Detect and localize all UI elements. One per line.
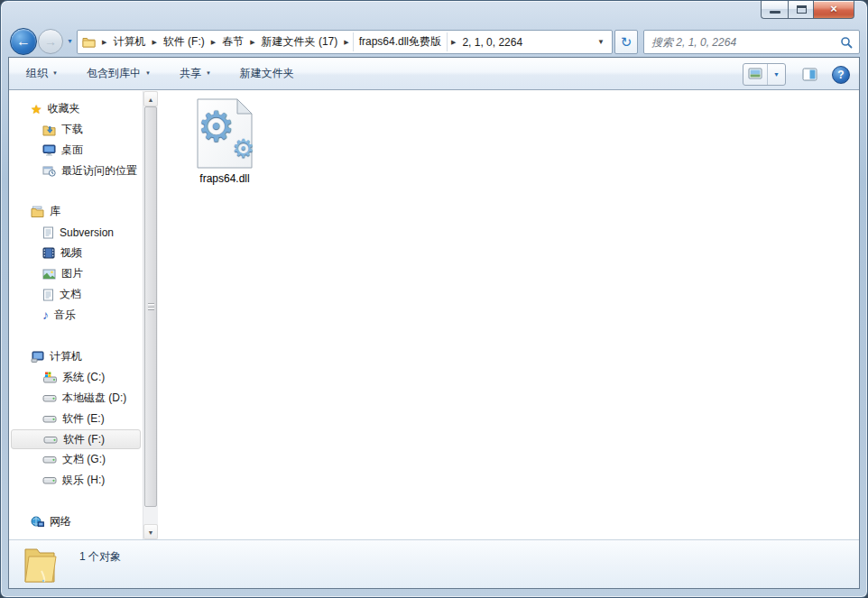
breadcrumb-separator: ▶ bbox=[98, 39, 110, 46]
change-view-button[interactable]: ▼ bbox=[743, 63, 786, 86]
sidebar-item-system-c[interactable]: 系统 (C:) bbox=[9, 367, 143, 388]
desktop-icon bbox=[42, 144, 56, 156]
breadcrumb-new-folder-17[interactable]: 新建文件夹 (17) bbox=[259, 32, 341, 51]
scroll-down-button[interactable]: ▼ bbox=[143, 524, 158, 539]
maximize-button[interactable] bbox=[788, 1, 814, 19]
back-arrow-icon: ← bbox=[16, 33, 31, 49]
gear-icon: ⚙ bbox=[198, 106, 235, 147]
recent-pages-dropdown[interactable]: ▼ bbox=[67, 38, 73, 44]
videos-label: 视频 bbox=[60, 245, 82, 261]
documents-label: 文档 bbox=[60, 287, 81, 302]
sidebar-section-libraries[interactable]: 库 bbox=[9, 201, 143, 222]
sidebar-section-network[interactable]: 网络 bbox=[9, 511, 143, 532]
desktop-label: 桌面 bbox=[61, 143, 83, 158]
forward-button[interactable]: → bbox=[38, 29, 63, 54]
network-label: 网络 bbox=[50, 514, 71, 529]
subversion-label: Subversion bbox=[60, 226, 114, 239]
document-icon bbox=[42, 226, 54, 239]
sidebar-item-desktop[interactable]: 桌面 bbox=[9, 140, 143, 161]
sidebar-item-documents[interactable]: 文档 bbox=[9, 284, 143, 305]
chevron-down-icon: ▼ bbox=[206, 70, 211, 76]
music-label: 音乐 bbox=[54, 308, 76, 323]
sidebar-section-computer[interactable]: 计算机 bbox=[9, 346, 143, 367]
breadcrumb-drive-f[interactable]: 软件 (F:) bbox=[161, 32, 208, 51]
views-dropdown-icon: ▼ bbox=[768, 64, 785, 85]
sidebar-item-software-e[interactable]: 软件 (E:) bbox=[9, 409, 143, 429]
organize-menu[interactable]: 组织▼ bbox=[18, 61, 66, 86]
sidebar-item-recent-places[interactable]: 最近访问的位置 bbox=[9, 161, 143, 181]
include-in-library-menu[interactable]: 包含到库中▼ bbox=[78, 61, 159, 86]
search-box bbox=[643, 30, 860, 54]
search-icon[interactable] bbox=[840, 36, 853, 49]
scrollbar-thumb[interactable] bbox=[144, 106, 157, 507]
sidebar-item-music[interactable]: ♪ 音乐 bbox=[9, 305, 143, 326]
command-toolbar: 组织▼ 包含到库中▼ 共享▼ 新建文件夹 ▼ ? bbox=[9, 58, 859, 90]
sidebar-item-entertainment-h[interactable]: 娱乐 (H:) bbox=[9, 470, 143, 491]
include-in-library-label: 包含到库中 bbox=[87, 67, 141, 79]
help-button[interactable]: ? bbox=[832, 66, 850, 84]
content-panes: ★ 收藏夹 下载 桌面 bbox=[9, 91, 859, 539]
sidebar-scrollbar[interactable]: ▲ ▼ bbox=[143, 91, 158, 539]
refresh-button[interactable]: ↻ bbox=[614, 30, 638, 54]
sidebar-item-videos[interactable]: 视频 bbox=[9, 243, 143, 263]
toolbar-right-controls: ▼ ? bbox=[743, 63, 850, 86]
music-icon: ♪ bbox=[42, 309, 49, 321]
breadcrumb-current-folder[interactable]: 2, 1, 0, 2264 bbox=[459, 34, 525, 51]
star-icon: ★ bbox=[31, 103, 42, 115]
share-label: 共享 bbox=[180, 67, 201, 79]
documents-g-label: 文档 (G:) bbox=[62, 452, 106, 467]
system-c-label: 系统 (C:) bbox=[62, 370, 105, 385]
drive-icon bbox=[42, 475, 57, 485]
recent-places-icon bbox=[42, 165, 56, 177]
breadcrumb-separator: ▶ bbox=[448, 39, 459, 46]
back-button[interactable]: ← bbox=[10, 28, 37, 55]
sidebar-section-favorites[interactable]: ★ 收藏夹 bbox=[9, 98, 143, 119]
sidebar-item-pictures[interactable]: 图片 bbox=[9, 263, 143, 284]
chevron-down-icon: ▼ bbox=[52, 70, 58, 76]
forward-arrow-icon: → bbox=[44, 34, 57, 49]
maximize-icon bbox=[797, 5, 807, 14]
item-count-label: 1 个对象 bbox=[79, 549, 121, 565]
sidebar-item-disk-d[interactable]: 本地磁盘 (D:) bbox=[9, 388, 143, 409]
address-bar[interactable]: ▶ 计算机 ▶ 软件 (F:) ▶ 春节 ▶ 新建文件夹 (17) ▶ frap… bbox=[77, 30, 613, 54]
scroll-up-button[interactable]: ▲ bbox=[143, 91, 158, 106]
system-drive-icon bbox=[42, 372, 57, 383]
file-item-fraps64-dll[interactable]: ⚙ ⚙ fraps64.dll bbox=[184, 98, 265, 185]
breadcrumb-separator: ▶ bbox=[148, 39, 160, 46]
recent-places-label: 最近访问的位置 bbox=[61, 163, 137, 179]
search-input[interactable] bbox=[644, 36, 840, 49]
breadcrumb-separator: ▶ bbox=[246, 39, 258, 46]
folder-icon bbox=[20, 544, 60, 590]
library-icon bbox=[31, 206, 44, 217]
file-list-pane: ⚙ ⚙ fraps64.dll bbox=[159, 91, 859, 539]
help-icon: ? bbox=[837, 69, 844, 81]
sidebar-item-software-f[interactable]: 软件 (F:) bbox=[11, 429, 141, 449]
sidebar-item-subversion[interactable]: Subversion bbox=[9, 222, 143, 243]
breadcrumb-spring-festival[interactable]: 春节 bbox=[219, 32, 246, 51]
new-folder-label: 新建文件夹 bbox=[240, 67, 294, 79]
breadcrumb-computer[interactable]: 计算机 bbox=[110, 32, 148, 51]
sidebar-item-downloads[interactable]: 下载 bbox=[9, 119, 143, 140]
client-area: 组织▼ 包含到库中▼ 共享▼ 新建文件夹 ▼ ? bbox=[8, 57, 860, 589]
computer-label: 计算机 bbox=[50, 349, 82, 364]
drive-icon bbox=[42, 455, 57, 465]
sidebar-item-documents-g[interactable]: 文档 (G:) bbox=[9, 449, 143, 470]
share-menu[interactable]: 共享▼ bbox=[171, 61, 219, 86]
chevron-down-icon: ▼ bbox=[145, 70, 151, 76]
minimize-button[interactable] bbox=[761, 1, 788, 19]
explorer-window: × ← → ▼ ▶ 计算机 ▶ 软件 (F:) ▶ 春节 ▶ 新建文件夹 (17… bbox=[0, 0, 868, 598]
refresh-icon: ↻ bbox=[621, 34, 633, 50]
breadcrumb-fraps64-dll[interactable]: fraps64.dll免费版 bbox=[353, 32, 448, 51]
views-icon bbox=[743, 64, 768, 85]
preview-pane-button[interactable] bbox=[799, 64, 821, 85]
address-dropdown-arrow[interactable]: ▼ bbox=[590, 38, 612, 46]
new-folder-button[interactable]: 新建文件夹 bbox=[232, 61, 302, 86]
disk-d-label: 本地磁盘 (D:) bbox=[62, 391, 126, 406]
favorites-label: 收藏夹 bbox=[48, 101, 80, 116]
scrollbar-grip-icon bbox=[148, 303, 154, 310]
network-icon bbox=[31, 516, 44, 528]
gear-icon: ⚙ bbox=[232, 136, 254, 161]
entertainment-h-label: 娱乐 (H:) bbox=[62, 473, 105, 488]
software-f-label: 软件 (F:) bbox=[63, 432, 105, 447]
close-button[interactable]: × bbox=[814, 1, 854, 19]
